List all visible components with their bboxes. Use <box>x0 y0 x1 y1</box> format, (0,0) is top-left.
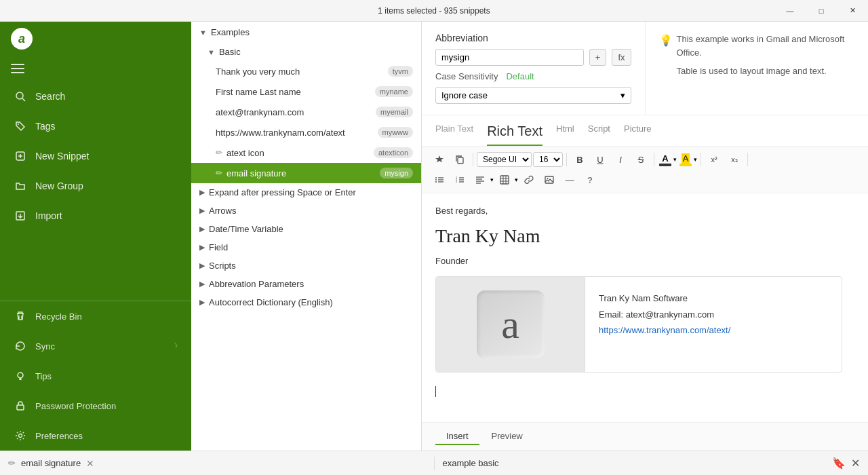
strikethrough-button[interactable]: S <box>631 151 650 168</box>
ul-button[interactable] <box>430 171 449 189</box>
highlight-color-arrow[interactable]: ▾ <box>694 156 697 163</box>
abbr-fx-button[interactable]: fx <box>612 49 631 66</box>
snippet-thank-you[interactable]: Thank you very much tyvm <box>191 61 421 81</box>
svg-point-18 <box>435 181 437 183</box>
align-dropdown[interactable]: ▾ <box>471 171 494 189</box>
editor-toolbar: Segoe UI 16 B U I S A ▾ A <box>422 147 868 193</box>
font-color-button[interactable]: A <box>658 152 673 168</box>
sidebar-item-new-snippet[interactable]: New Snippet <box>0 141 191 171</box>
collapsed-expand-group[interactable]: ▶ Expand after pressing Space or Enter <box>191 183 421 202</box>
sidebar-item-tags[interactable]: Tags <box>0 111 191 141</box>
editor-bottom-tabs: Insert Preview <box>422 422 868 451</box>
sidebar-item-preferences[interactable]: Preferences <box>0 421 191 451</box>
sidebar-item-tips[interactable]: Tips <box>0 361 191 391</box>
table-dropdown[interactable]: ▾ <box>495 171 518 189</box>
snippet-email[interactable]: atext@trankynam.com myemail <box>191 102 421 122</box>
sidebar-tips-label: Tips <box>35 371 52 381</box>
snippet-atext-icon[interactable]: ✏ atext icon atexticon <box>191 142 421 163</box>
abbreviation-input[interactable] <box>441 52 578 62</box>
snippet-first-name[interactable]: First name Last name myname <box>191 81 421 102</box>
bold-button[interactable]: B <box>570 151 589 168</box>
snippet-email-signature[interactable]: ✏ email signature mysign <box>191 163 421 183</box>
minimize-button[interactable]: — <box>774 0 806 22</box>
ol-button[interactable]: 123 <box>450 171 469 189</box>
autocorrect-group-label: Autocorrect Dictionary (English) <box>209 297 333 307</box>
align-dropdown-arrow[interactable]: ▾ <box>490 176 494 183</box>
tab-preview[interactable]: Preview <box>481 428 534 445</box>
tab-picture[interactable]: Picture <box>624 121 651 146</box>
abbreviation-input-container[interactable] <box>435 49 584 66</box>
statusbar-bookmark-button[interactable]: 🔖 <box>832 457 846 470</box>
info-subtext: Table is used to layout image and text. <box>677 64 855 78</box>
basic-subgroup-header[interactable]: ▼ Basic <box>191 43 421 61</box>
editor-content[interactable]: Best regards, Tran Ky Nam Founder a Tran… <box>422 193 868 422</box>
collapsed-abbrev-group[interactable]: ▶ Abbrevation Parameters <box>191 275 421 293</box>
font-select[interactable]: Segoe UI <box>477 152 532 167</box>
sidebar-item-search[interactable]: Search <box>0 81 191 111</box>
align-button[interactable] <box>471 171 490 189</box>
highlight-color-dropdown[interactable]: A ▾ <box>678 152 697 168</box>
image-button[interactable] <box>540 171 559 189</box>
font-size-select[interactable]: 16 <box>533 152 563 167</box>
examples-group-label: Examples <box>211 27 250 37</box>
abbreviation-row: + fx <box>435 49 631 66</box>
sidebar-import-label: Import <box>35 210 62 221</box>
link-button[interactable] <box>519 171 538 189</box>
toolbar-separator-5 <box>747 153 748 166</box>
format-button[interactable] <box>430 151 449 168</box>
superscript-button[interactable]: x² <box>705 151 724 168</box>
maximize-button[interactable]: □ <box>806 0 837 22</box>
hamburger-button[interactable] <box>0 56 191 81</box>
case-select[interactable]: Ignore case ▾ <box>435 87 631 104</box>
link-icon <box>524 175 534 185</box>
statusbar-close-button[interactable]: ✕ <box>851 457 860 470</box>
help-button[interactable]: ? <box>580 171 599 189</box>
table-dropdown-arrow[interactable]: ▾ <box>515 176 518 183</box>
table-button[interactable] <box>495 171 514 189</box>
examples-group-header[interactable]: ▼ Examples <box>191 22 421 43</box>
sidebar-item-recycle-bin[interactable]: Recycle Bin <box>0 301 191 331</box>
sidebar-item-import[interactable]: Import <box>0 201 191 231</box>
scripts-group-arrow: ▶ <box>199 261 205 270</box>
atext-logo: a <box>477 290 545 358</box>
collapsed-datetime-group[interactable]: ▶ Date/Time Variable <box>191 220 421 238</box>
signature-table-inner: a Tran Ky Nam Software Email: atext@tran… <box>436 277 842 372</box>
snippet-thank-you-tag: tyvm <box>388 66 413 77</box>
collapsed-field-group[interactable]: ▶ Field <box>191 238 421 256</box>
snippet-atext-icon-label: atext icon <box>226 148 374 158</box>
svg-point-11 <box>19 434 22 438</box>
signature-logo-cell: a <box>436 277 585 372</box>
svg-text:3: 3 <box>456 180 458 183</box>
abbr-plus-button[interactable]: + <box>589 49 607 66</box>
titlebar: 1 items selected - 935 snippets — □ ✕ <box>0 0 868 22</box>
snippet-url-label: https://www.trankynam.com/atext <box>216 128 378 138</box>
tab-script[interactable]: Script <box>588 121 610 146</box>
tab-html[interactable]: Html <box>556 121 574 146</box>
collapsed-scripts-group[interactable]: ▶ Scripts <box>191 256 421 275</box>
tab-plain-text[interactable]: Plain Text <box>435 121 473 146</box>
sidebar-item-new-group[interactable]: New Group <box>0 171 191 201</box>
gear-icon <box>14 429 27 442</box>
tab-rich-text[interactable]: Rich Text <box>487 121 542 146</box>
website-link[interactable]: https://www.trankynam.com/atext/ <box>599 325 730 335</box>
font-color-dropdown[interactable]: A ▾ <box>658 152 677 168</box>
snippet-url[interactable]: https://www.trankynam.com/atext mywww <box>191 122 421 142</box>
case-select-value: Ignore case <box>441 90 488 100</box>
italic-button[interactable]: I <box>611 151 630 168</box>
close-button[interactable]: ✕ <box>837 0 868 22</box>
hr-button[interactable]: — <box>560 171 579 189</box>
copy-button[interactable] <box>450 151 469 168</box>
toolbar-row-2: 123 ▾ ▾ <box>430 171 860 189</box>
highlight-color-button[interactable]: A <box>678 152 693 168</box>
underline-button[interactable]: U <box>591 151 610 168</box>
sidebar-item-sync[interactable]: Sync <box>0 331 191 361</box>
sidebar-item-password-protection[interactable]: Password Protection <box>0 391 191 421</box>
middle-panel: ▼ Examples ▼ Basic Thank you very much t… <box>191 22 422 451</box>
collapsed-autocorrect-group[interactable]: ▶ Autocorrect Dictionary (English) <box>191 293 421 311</box>
subscript-button[interactable]: x₂ <box>725 151 744 168</box>
statusbar-close-btn[interactable]: ✕ <box>86 458 94 469</box>
font-color-arrow[interactable]: ▾ <box>673 156 677 163</box>
pencil-active-icon: ✏ <box>216 168 222 178</box>
tab-insert[interactable]: Insert <box>435 428 479 445</box>
collapsed-arrows-group[interactable]: ▶ Arrows <box>191 202 421 220</box>
